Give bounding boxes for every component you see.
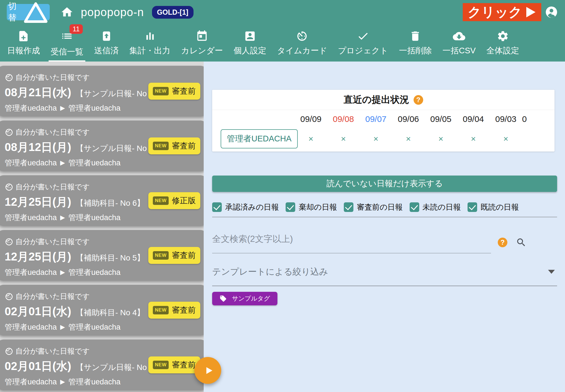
status-badge: NEW 審査前 xyxy=(148,247,200,264)
help-icon[interactable]: ? xyxy=(414,95,423,105)
report-date: 08月21日(水) xyxy=(5,85,71,100)
template-filter-select[interactable]: テンプレートによる絞り込み xyxy=(212,266,557,286)
filter-pane: 直近の提出状況 ? 09/09 09/08 09/07 09/06 09/05 … xyxy=(204,62,565,392)
report-note: 自分が書いた日報です xyxy=(5,182,199,192)
status-badge: NEW 審査前 xyxy=(148,302,200,319)
home-icon[interactable] xyxy=(60,6,73,19)
top-bar: 切替 popopopo-n GOLD-[1] クリック 日報作成 11 受信一覧 xyxy=(0,0,565,62)
nav-label: 日報作成 xyxy=(7,45,40,56)
switch-button[interactable]: 切替 xyxy=(7,4,50,20)
not-submitted-mark: × xyxy=(425,134,457,144)
nav-item-inbox[interactable]: 11 受信一覧 xyxy=(45,28,89,62)
date-header: 09/08 xyxy=(327,114,360,124)
report-card[interactable]: 自分が書いた日報です 12月25日(月) 【補助科目- No 5】 管理者ued… xyxy=(0,230,204,281)
checkbox-icon[interactable] xyxy=(468,202,477,212)
nav-item-timecard[interactable]: タイムカード xyxy=(272,28,333,62)
status-filter-row: 承認済みの日報 棄却の日報 審査前の日報 未読の日報 既読の日報 xyxy=(212,202,557,212)
checkbox-icon[interactable] xyxy=(212,202,222,212)
fab-next-button[interactable] xyxy=(194,357,221,384)
account-avatar-icon[interactable] xyxy=(545,5,558,19)
arrow-right-icon: ▶ xyxy=(60,378,65,386)
nav-item-bulk-csv[interactable]: 一括CSV xyxy=(437,28,481,62)
face-icon xyxy=(5,292,13,301)
status-badge: NEW 審査前 xyxy=(148,83,200,100)
nav-label: 送信済 xyxy=(94,45,119,56)
nav-item-project[interactable]: プロジェクト xyxy=(333,28,394,62)
chevron-down-icon xyxy=(548,270,555,274)
search-placeholder: 全文検索(2文字以上) xyxy=(212,234,293,244)
nav-item-sent[interactable]: 送信済 xyxy=(89,28,124,62)
report-note: 自分が書いた日報です xyxy=(5,237,199,247)
not-submitted-mark: × xyxy=(490,134,522,144)
user-filter-button[interactable]: 管理者UEDACHA xyxy=(221,129,298,148)
date-header: 09/05 xyxy=(425,114,457,124)
unread-count-badge: 11 xyxy=(69,24,83,34)
promo-label: クリック xyxy=(468,3,522,21)
not-submitted-mark: × xyxy=(392,134,425,144)
new-chip: NEW xyxy=(153,251,168,260)
file-upload-icon xyxy=(100,30,113,42)
checkbox-read[interactable]: 既読の日報 xyxy=(468,202,519,212)
promo-banner[interactable]: クリック xyxy=(463,3,541,21)
nav-item-aggregate-output[interactable]: 集計・出力 xyxy=(124,28,176,62)
checkbox-icon[interactable] xyxy=(286,202,295,212)
new-chip: NEW xyxy=(153,361,168,369)
checkbox-icon[interactable] xyxy=(344,202,353,212)
report-note: 自分が書いた日報です xyxy=(5,127,199,137)
fulltext-search-input[interactable]: 全文検索(2文字以上) xyxy=(212,231,491,253)
divider xyxy=(212,217,557,217)
new-chip: NEW xyxy=(153,306,168,314)
report-card[interactable]: 自分が書いた日報です 02月01日(水) 【サンプル日報- No 3】 管理者u… xyxy=(0,340,204,390)
report-subject: 【補助科目- No 6】 xyxy=(76,198,145,209)
checkbox-unread[interactable]: 未読の日報 xyxy=(410,202,461,212)
report-subject: 【補助科目- No 5】 xyxy=(76,253,145,263)
date-header: 09/07 xyxy=(360,114,392,124)
switch-button-label: 切替 xyxy=(7,1,18,24)
nav-label: カレンダー xyxy=(181,45,223,56)
report-card[interactable]: 自分が書いた日報です 12月25日(月) 【補助科目- No 6】 管理者ued… xyxy=(0,175,204,226)
date-header: 09/04 xyxy=(457,114,490,124)
nav-item-create-report[interactable]: 日報作成 xyxy=(2,28,45,62)
report-subject: 【補助科目- No 4】 xyxy=(76,307,145,318)
nav-label: 一括CSV xyxy=(442,45,476,56)
submission-status-title: 直近の提出状況 xyxy=(344,93,409,106)
checkbox-rejected[interactable]: 棄却の日報 xyxy=(286,202,337,212)
report-date: 08月12日(月) xyxy=(5,139,71,155)
date-header: 09/06 xyxy=(392,114,425,124)
report-authors: 管理者uedacha ▶ 管理者uedacha xyxy=(5,103,199,113)
checkbox-pre-review[interactable]: 審査前の日報 xyxy=(344,202,403,212)
plan-badge: GOLD-[1] xyxy=(152,6,194,19)
nav-label: 集計・出力 xyxy=(129,45,170,56)
face-icon xyxy=(5,347,13,356)
timer-icon xyxy=(296,30,308,42)
arrow-right-icon: ▶ xyxy=(60,159,65,167)
search-help-icon[interactable]: ? xyxy=(498,238,507,247)
report-card[interactable]: 自分が書いた日報です 02月01日(水) 【補助科目- No 4】 管理者ued… xyxy=(0,285,204,336)
search-row: 全文検索(2文字以上) ? xyxy=(212,231,557,253)
report-card[interactable]: 自分が書いた日報です 08月21日(水) 【サンプル日報- No 5】 管理者u… xyxy=(0,66,204,117)
search-icon[interactable] xyxy=(516,237,527,248)
new-chip: NEW xyxy=(153,196,168,205)
report-date: 02月01日(水) xyxy=(5,304,71,319)
face-icon xyxy=(5,73,13,82)
checkbox-icon[interactable] xyxy=(410,202,419,212)
not-submitted-mark: × xyxy=(457,134,490,144)
nav-label: 全体設定 xyxy=(486,45,519,56)
checkbox-approved[interactable]: 承認済みの日報 xyxy=(212,202,279,212)
nav-label: プロジェクト xyxy=(338,45,388,56)
nav-item-global-settings[interactable]: 全体設定 xyxy=(481,28,525,62)
check-icon xyxy=(357,30,369,42)
sample-tag-button[interactable]: サンプルタグ xyxy=(212,292,277,305)
nav-item-personal-settings[interactable]: 個人設定 xyxy=(228,28,272,62)
nav-item-bulk-delete[interactable]: 一括削除 xyxy=(394,28,437,62)
show-unread-only-button[interactable]: 読んでいない日報だけ表示する xyxy=(212,176,557,192)
arrow-right-icon: ▶ xyxy=(60,214,65,221)
nav-item-calendar[interactable]: カレンダー xyxy=(176,28,228,62)
new-chip: NEW xyxy=(153,142,168,150)
account-box-icon xyxy=(244,30,256,42)
report-note: 自分が書いた日報です xyxy=(5,292,199,301)
nav-label: 個人設定 xyxy=(234,45,266,56)
status-badge: NEW 修正版 xyxy=(148,192,200,209)
report-card[interactable]: 自分が書いた日報です 08月12日(月) 【サンプル日報- No 4】 管理者u… xyxy=(0,121,204,171)
bar-chart-icon xyxy=(144,30,156,42)
